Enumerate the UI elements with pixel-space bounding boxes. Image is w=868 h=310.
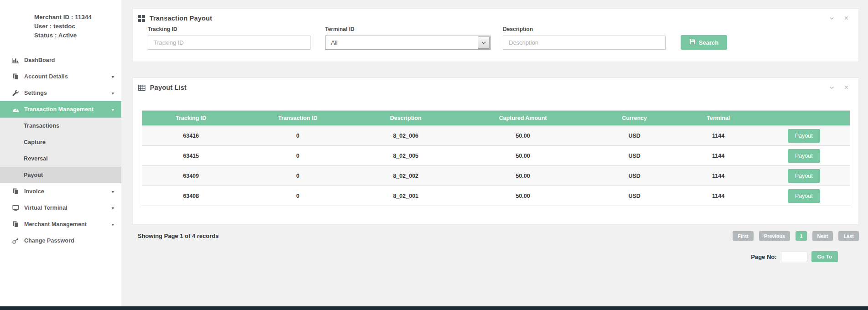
description-input[interactable]	[503, 36, 666, 50]
table-row: 63408 0 8_02_001 50.00 USD 1144 Payout	[142, 186, 850, 206]
cell-description: 8_02_006	[356, 126, 456, 146]
search-button-label: Search	[699, 39, 718, 46]
pages-icon	[12, 221, 19, 228]
transaction-payout-header: Transaction Payout ×	[133, 9, 858, 22]
description-label: Description	[503, 26, 666, 32]
sidebar-item-label: Reversal	[24, 155, 48, 162]
key-icon	[12, 238, 19, 244]
previous-page-button[interactable]: Previous	[759, 231, 790, 241]
merchant-id: Merchant ID : 11344	[34, 13, 121, 22]
sidebar-item-invoice[interactable]: Invoice ▾	[0, 183, 121, 200]
terminal-id-value: All	[326, 39, 337, 46]
app-root: Merchant ID : 11344 User : testdoc Statu…	[0, 0, 868, 310]
table-row: 63416 0 8_02_006 50.00 USD 1144 Payout	[142, 126, 850, 146]
next-page-button[interactable]: Next	[812, 231, 833, 241]
sidebar-item-settings[interactable]: Settings ▾	[0, 85, 121, 101]
sidebar-item-payout[interactable]: Payout	[0, 167, 121, 183]
cell-transaction-id: 0	[240, 126, 356, 146]
close-icon[interactable]: ×	[844, 15, 848, 22]
cell-description: 8_02_005	[356, 146, 456, 166]
cell-captured-amount: 50.00	[455, 186, 590, 206]
last-page-button[interactable]: Last	[838, 231, 859, 241]
column-header: Transaction ID	[240, 111, 356, 126]
sidebar-item-label: Merchant Management	[24, 221, 87, 227]
payout-button[interactable]: Payout	[788, 169, 820, 183]
search-button[interactable]: Search	[681, 35, 727, 50]
merchant-status: Status : Active	[34, 31, 121, 40]
sidebar-item-label: Virtual Terminal	[24, 205, 67, 211]
table-header-row: Tracking ID Transaction ID Description C…	[142, 111, 850, 126]
go-to-button[interactable]: Go To	[811, 251, 838, 262]
sidebar-item-label: DashBoard	[24, 57, 55, 63]
chevron-down-icon: ▾	[112, 222, 114, 227]
cell-currency: USD	[590, 146, 679, 166]
payout-list-header: Payout List ×	[133, 78, 858, 91]
sidebar-item-transaction-management[interactable]: Transaction Management ▾	[0, 101, 121, 118]
select-arrow-icon	[478, 36, 490, 49]
sidebar-item-label: Capture	[24, 139, 46, 145]
terminal-id-select[interactable]: All	[325, 36, 491, 50]
sidebar-item-change-password[interactable]: Change Password	[0, 232, 121, 249]
sidebar: Merchant ID : 11344 User : testdoc Statu…	[0, 0, 121, 310]
cell-tracking-id: 63416	[142, 126, 240, 146]
sidebar-item-capture[interactable]: Capture	[0, 134, 121, 150]
terminal-id-label: Terminal ID	[325, 26, 491, 32]
tracking-id-label: Tracking ID	[148, 26, 310, 32]
gauge-icon	[12, 106, 19, 113]
bottom-bar	[0, 306, 868, 310]
sidebar-item-label: Account Details	[24, 73, 68, 80]
cell-captured-amount: 50.00	[455, 126, 590, 146]
pagination: First Previous 1 Next Last	[733, 231, 859, 241]
payout-list-panel: Payout List × Tracking ID Transaction ID	[132, 78, 859, 225]
sidebar-item-transactions[interactable]: Transactions	[0, 118, 121, 134]
cell-terminal: 1144	[679, 186, 758, 206]
table-row: 63415 0 8_02_005 50.00 USD 1144 Payout	[142, 146, 850, 166]
main-content: Transaction Payout × Tracking ID Termina…	[121, 0, 868, 310]
tracking-id-input[interactable]	[148, 36, 310, 50]
column-header	[758, 111, 850, 126]
search-form: Tracking ID Terminal ID All Description	[133, 26, 858, 50]
pages-icon	[12, 188, 19, 195]
cell-captured-amount: 50.00	[455, 166, 590, 186]
merchant-info: Merchant ID : 11344 User : testdoc Statu…	[0, 13, 121, 40]
page-no-input[interactable]	[781, 252, 807, 262]
collapse-icon[interactable]	[829, 86, 834, 89]
goto-page-row: Page No: Go To	[132, 251, 859, 262]
chevron-down-icon: ▾	[112, 74, 114, 79]
sidebar-item-label: Transactions	[24, 123, 59, 129]
column-header: Terminal	[679, 111, 758, 126]
cell-tracking-id: 63408	[142, 186, 240, 206]
transaction-payout-panel: Transaction Payout × Tracking ID Termina…	[132, 8, 859, 62]
cell-transaction-id: 0	[240, 186, 356, 206]
close-icon[interactable]: ×	[844, 84, 848, 91]
column-header: Tracking ID	[142, 111, 240, 126]
chevron-down-icon: ▾	[112, 107, 114, 112]
table-icon	[138, 85, 145, 91]
collapse-icon[interactable]	[829, 17, 834, 20]
sidebar-item-account-details[interactable]: Account Details ▾	[0, 68, 121, 85]
cell-currency: USD	[590, 126, 679, 146]
cell-currency: USD	[590, 186, 679, 206]
cell-terminal: 1144	[679, 126, 758, 146]
current-page-button[interactable]: 1	[796, 231, 806, 241]
cell-transaction-id: 0	[240, 166, 356, 186]
chevron-down-icon: ▾	[112, 206, 114, 211]
cell-currency: USD	[590, 166, 679, 186]
column-header: Captured Amount	[455, 111, 590, 126]
table-footer: Showing Page 1 of 4 records First Previo…	[132, 231, 859, 241]
payout-button[interactable]: Payout	[788, 129, 820, 143]
transaction-management-submenu: Transactions Capture Reversal Payout	[0, 118, 121, 183]
first-page-button[interactable]: First	[733, 231, 754, 241]
payout-button[interactable]: Payout	[788, 189, 820, 203]
sidebar-item-dashboard[interactable]: DashBoard	[0, 52, 121, 68]
payout-button[interactable]: Payout	[788, 149, 820, 163]
sidebar-item-label: Settings	[24, 90, 47, 96]
sidebar-item-reversal[interactable]: Reversal	[0, 150, 121, 167]
sidebar-item-merchant-management[interactable]: Merchant Management ▾	[0, 216, 121, 232]
sidebar-item-virtual-terminal[interactable]: Virtual Terminal ▾	[0, 200, 121, 216]
panel-title: Transaction Payout	[150, 15, 212, 22]
cell-terminal: 1144	[679, 166, 758, 186]
sidebar-item-label: Change Password	[24, 238, 74, 244]
sidebar-item-label: Invoice	[24, 188, 44, 195]
cell-transaction-id: 0	[240, 146, 356, 166]
